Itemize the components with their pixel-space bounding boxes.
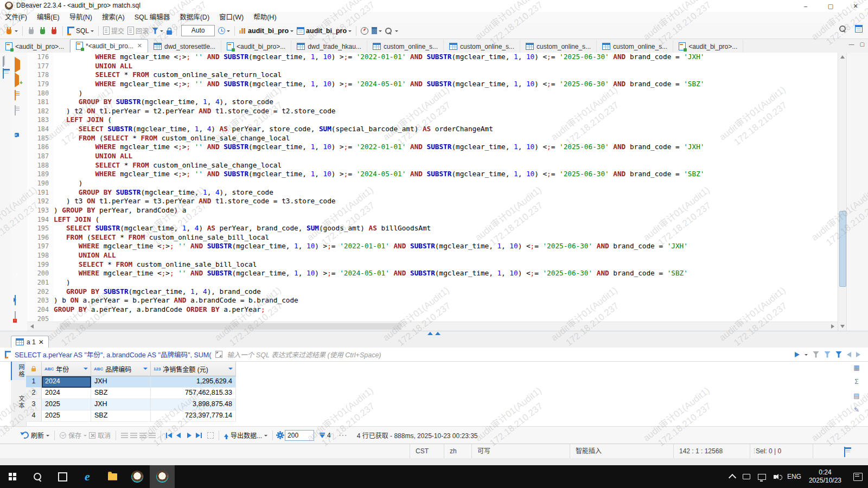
language-indicator[interactable]: ENG — [787, 473, 801, 480]
statusbar-menu-icon[interactable]: ⋮ — [751, 447, 757, 454]
code-line[interactable]: ) t2 ON t1.perYear = t2.perYear AND t1.s… — [54, 107, 838, 116]
usb-tray-icon[interactable] — [743, 474, 750, 479]
row-number[interactable]: 2 — [26, 388, 42, 399]
sql-console-icon[interactable]: >_ — [15, 133, 19, 137]
code-line[interactable]: WHERE mgclear_time <;>; '' AND SUBSTR(mg… — [54, 242, 838, 251]
edit-row-icon[interactable] — [121, 433, 128, 438]
start-button[interactable] — [0, 465, 25, 488]
grid-cell[interactable]: 723,397,779.14 — [151, 410, 236, 422]
filter-input-placeholder[interactable]: 输入一个 SQL 表达式来过滤结果 (使用 Ctrl+Space) — [227, 349, 381, 359]
network-tray-icon[interactable] — [758, 474, 766, 480]
code-line[interactable]: GROUP BY SUBSTR(mgclear_time, 1, 4), bra… — [54, 287, 838, 297]
dbeaver-taskbar-button[interactable] — [125, 465, 150, 488]
scroll-left-icon[interactable] — [30, 324, 34, 329]
refresh-button[interactable]: 刷新 — [31, 431, 44, 440]
close-icon[interactable]: ✕ — [137, 42, 142, 49]
connect-button[interactable] — [25, 27, 37, 34]
maximize-button[interactable]: ▢ — [818, 0, 843, 12]
code-line[interactable]: SELECT SUBSTR(mgclear_time, 1, 4) AS per… — [54, 224, 838, 233]
nav-first-button[interactable] — [166, 433, 172, 438]
tx-lock-button[interactable] — [165, 27, 174, 35]
new-connection-button[interactable] — [3, 27, 20, 34]
menu-item[interactable]: SQL 编辑器 — [130, 12, 175, 23]
editor-horizontal-scrollbar[interactable] — [27, 322, 838, 331]
editor-tab[interactable]: *<audit_bi_pro...✕ — [70, 39, 148, 53]
grid-cell[interactable]: 2024 — [42, 376, 91, 388]
grid-cell[interactable]: 2024 — [42, 388, 91, 399]
code-line[interactable]: ) — [54, 278, 838, 287]
column-header[interactable]: ABC品牌编码 — [91, 362, 151, 376]
code-line[interactable]: ) — [54, 179, 838, 188]
save-button[interactable]: 保存 — [68, 431, 81, 440]
open-perspective-icon[interactable] — [855, 25, 863, 33]
code-line[interactable]: ) — [54, 89, 838, 98]
scrollbar-thumb[interactable] — [839, 211, 846, 287]
code-line[interactable]: UNION ALL — [54, 152, 838, 161]
column-header[interactable]: ABC年份 — [42, 362, 91, 376]
cancel-button[interactable]: 取消 — [98, 431, 111, 440]
search-icon[interactable] — [839, 25, 846, 32]
volume-tray-icon[interactable] — [774, 475, 776, 479]
filters-menu-icon[interactable] — [835, 351, 842, 358]
disconnect-button[interactable] — [48, 27, 60, 34]
close-icon[interactable]: ✕ — [39, 338, 44, 346]
code-line[interactable]: WHERE mgclear_time <;>; '' AND SUBSTR(mg… — [54, 170, 838, 179]
grid-cell[interactable]: 757,462,815.33 — [151, 388, 236, 399]
code-line[interactable]: ) GROUP BY perYear, brandCode) a — [54, 206, 838, 215]
code-line[interactable]: WHERE mgclear_time <;>; '' AND SUBSTR(mg… — [54, 53, 838, 62]
toolbar-search-button[interactable] — [384, 28, 400, 34]
commit-button[interactable]: 提交 — [101, 26, 126, 35]
history-back-icon[interactable] — [847, 352, 851, 357]
menu-item[interactable]: 导航(N) — [65, 12, 97, 23]
grid-corner-lock[interactable] — [26, 362, 42, 376]
code-line[interactable]: UNION ALL — [54, 62, 838, 71]
presentation-tab-text[interactable]: 文本 — [11, 393, 25, 412]
editor-tab[interactable]: dwd_storesettle... — [148, 40, 221, 53]
metadata-panel-icon[interactable]: ▤ — [853, 392, 859, 400]
code-line[interactable]: GROUP BY SUBSTR(mgclear_time, 1, 4), sto… — [54, 98, 838, 107]
results-tab[interactable]: a 1 ✕ — [11, 336, 49, 348]
taskbar-search-button[interactable] — [25, 465, 50, 488]
grid-cell[interactable]: JXH — [91, 399, 151, 410]
code-line[interactable]: FROM (SELECT * FROM custom_online_sale_b… — [54, 233, 838, 242]
code-line[interactable]: SELECT * FROM custom_online_sale_bill_lo… — [54, 260, 838, 269]
grid-cell[interactable]: 2025 — [42, 399, 91, 410]
fetch-page-icon[interactable] — [207, 432, 214, 439]
editor-tab[interactable]: dwd_trade_hkau... — [291, 40, 367, 53]
sort-dropdown-icon[interactable] — [143, 368, 148, 372]
chevron-down-icon[interactable] — [805, 354, 808, 357]
code-line[interactable]: ) b ON a.perYear = b.perYear AND a.brand… — [54, 296, 838, 305]
code-line[interactable]: UNION ALL — [54, 251, 838, 260]
save-filter-icon[interactable] — [824, 351, 831, 358]
presentation-tab-grid[interactable]: 网格 — [11, 362, 25, 380]
database-selector[interactable]: audit_bi_pro — [295, 27, 353, 35]
reconnect-button[interactable] — [37, 27, 48, 34]
minimize-button[interactable]: – — [793, 0, 818, 12]
execute-new-tab-icon[interactable] — [15, 73, 19, 87]
internet-explorer-button[interactable]: e — [75, 465, 100, 488]
taskbar-clock[interactable]: 0:24 2025/10/23 — [809, 468, 841, 485]
grid-cell[interactable]: 1,295,629.4 — [151, 376, 236, 388]
tx-mode-select[interactable]: Auto — [180, 25, 216, 36]
code-line[interactable]: SELECT * FROM custom_online_sale_return_… — [54, 70, 838, 80]
row-number[interactable]: 1 — [26, 376, 42, 388]
minimize-panel-icon[interactable]: — — [849, 41, 854, 47]
code-line[interactable]: WHERE mgclear_time <;>; '' AND SUBSTR(mg… — [54, 269, 838, 278]
clear-filter-icon[interactable] — [813, 351, 819, 358]
grid-cell[interactable]: 3,898,875.48 — [151, 399, 236, 410]
aggregate-panel-icon[interactable]: Σ — [854, 378, 858, 386]
connection-selector[interactable]: audit_bi_pro — [238, 27, 295, 35]
menu-item[interactable]: 数据库(D) — [175, 12, 214, 23]
grid-cell[interactable]: SBZ — [91, 410, 151, 422]
script-errors-icon[interactable] — [15, 311, 16, 322]
sort-dropdown-icon[interactable] — [228, 368, 233, 372]
grid-cell[interactable]: SBZ — [91, 388, 151, 399]
sql-editor[interactable]: 176 WHERE mgclear_time <;>; '' AND SUBST… — [27, 53, 838, 322]
copy-row-icon[interactable] — [139, 433, 146, 438]
delete-row-icon[interactable] — [149, 433, 156, 438]
database-navigator-icon[interactable] — [3, 68, 4, 79]
task-view-button[interactable] — [50, 465, 75, 488]
menu-item[interactable]: 搜索(A) — [97, 12, 130, 23]
expand-filter-icon[interactable] — [215, 351, 222, 358]
code-line[interactable]: LEFT JOIN ( — [54, 115, 838, 125]
